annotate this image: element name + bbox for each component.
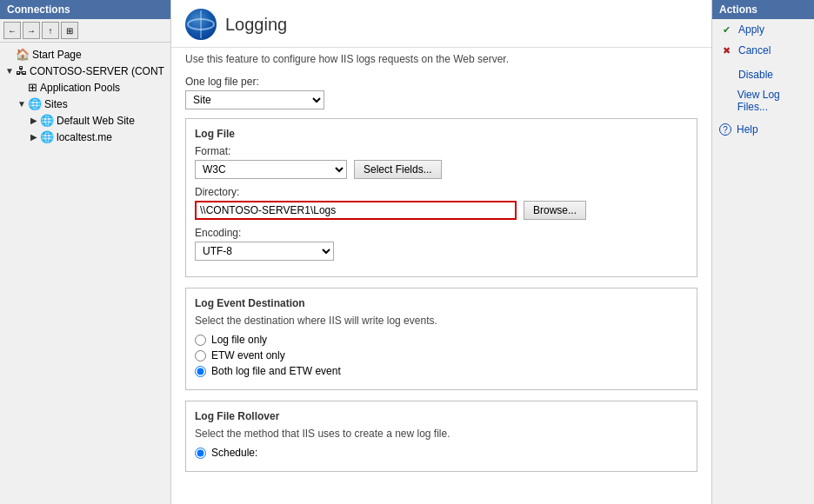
startpage-icon: 🏠 xyxy=(16,48,30,61)
localtest-label: localtest.me xyxy=(57,131,112,143)
tree-item-startpage[interactable]: 🏠 Start Page xyxy=(0,46,170,63)
radio-schedule[interactable] xyxy=(195,448,206,459)
apply-label: Apply xyxy=(738,23,764,36)
format-label: Format: xyxy=(195,145,688,157)
toggle-localtest: ▶ xyxy=(28,132,40,142)
radio-etw-only-label: ETW event only xyxy=(211,349,285,361)
toolbar-forward[interactable]: → xyxy=(23,22,40,39)
log-event-title: Log Event Destination xyxy=(195,297,688,309)
main-content: Logging Use this feature to configure ho… xyxy=(171,0,711,504)
directory-label: Directory: xyxy=(195,186,688,198)
log-rollover-desc: Select the method that IIS uses to creat… xyxy=(195,428,688,440)
directory-row: Browse... xyxy=(195,201,688,220)
connections-toolbar: ← → ↑ ⊞ xyxy=(0,19,170,43)
log-file-group: Log File Format: W3C IIS NCSA Custom Sel… xyxy=(185,118,697,277)
radio-item-schedule: Schedule: xyxy=(195,447,688,459)
apply-action[interactable]: ✔ Apply xyxy=(712,19,814,40)
directory-input[interactable] xyxy=(195,201,517,220)
toolbar-grid[interactable]: ⊞ xyxy=(61,22,78,39)
toggle-sites: ▼ xyxy=(16,99,28,109)
radio-log-file-only[interactable] xyxy=(195,335,206,346)
view-log-files-label: View Log Files... xyxy=(737,89,807,113)
tree-item-defaultweb[interactable]: ▶ 🌐 Default Web Site xyxy=(0,112,170,129)
radio-item-both: Both log file and ETW event xyxy=(195,365,688,377)
apppools-icon: ⊞ xyxy=(28,81,37,94)
help-label: Help xyxy=(737,123,758,136)
radio-both[interactable] xyxy=(195,366,206,377)
content-header: Logging xyxy=(171,0,711,48)
radio-log-file-only-label: Log file only xyxy=(211,334,267,346)
encoding-label: Encoding: xyxy=(195,227,688,239)
disable-icon xyxy=(719,68,733,82)
log-event-desc: Select the destination where IIS will wr… xyxy=(195,315,688,327)
actions-header: Actions xyxy=(712,0,814,19)
cancel-action[interactable]: ✖ Cancel xyxy=(712,40,814,61)
toolbar-back[interactable]: ← xyxy=(3,22,21,39)
localtest-icon: 🌐 xyxy=(40,130,54,143)
toggle-server: ▼ xyxy=(3,66,16,76)
defaultweb-label: Default Web Site xyxy=(57,115,135,127)
log-rollover-title: Log File Rollover xyxy=(195,410,688,422)
view-log-files-action[interactable]: View Log Files... xyxy=(712,85,814,116)
actions-panel: Actions ✔ Apply ✖ Cancel Disable View Lo… xyxy=(711,0,814,504)
startpage-label: Start Page xyxy=(32,49,82,61)
server-label: CONTOSO-SERVER (CONT xyxy=(30,65,164,77)
sites-label: Sites xyxy=(44,98,68,110)
connections-tree: 🏠 Start Page ▼ 🖧 CONTOSO-SERVER (CONT ⊞ … xyxy=(0,43,170,504)
content-body: One log file per: Site Server W3C Servic… xyxy=(171,69,711,504)
tree-item-localtest[interactable]: ▶ 🌐 localtest.me xyxy=(0,129,170,145)
view-log-files-icon xyxy=(719,94,732,108)
format-select[interactable]: W3C IIS NCSA Custom xyxy=(195,160,347,179)
page-title: Logging xyxy=(225,15,287,35)
apppools-label: Application Pools xyxy=(40,82,120,94)
disable-label: Disable xyxy=(738,69,773,81)
tree-item-apppools[interactable]: ⊞ Application Pools xyxy=(0,79,170,96)
tree-item-sites[interactable]: ▼ 🌐 Sites xyxy=(0,96,170,112)
radio-schedule-label: Schedule: xyxy=(211,447,257,459)
one-log-per-row: Site Server W3C Service xyxy=(185,90,697,109)
radio-both-label: Both log file and ETW event xyxy=(211,365,341,377)
one-log-per-select[interactable]: Site Server W3C Service xyxy=(185,90,324,109)
radio-etw-only[interactable] xyxy=(195,350,206,361)
log-event-group: Log Event Destination Select the destina… xyxy=(185,288,697,390)
select-fields-button[interactable]: Select Fields... xyxy=(354,160,442,179)
browse-button[interactable]: Browse... xyxy=(524,201,586,220)
log-file-group-title: Log File xyxy=(195,128,688,140)
cancel-label: Cancel xyxy=(738,44,771,56)
connections-panel: Connections ← → ↑ ⊞ 🏠 Start Page ▼ 🖧 CON… xyxy=(0,0,171,504)
format-row: W3C IIS NCSA Custom Select Fields... xyxy=(195,160,688,179)
encoding-row: UTF-8 ANSI xyxy=(195,242,688,261)
one-log-per-label: One log file per: xyxy=(185,76,697,88)
log-rollover-group: Log File Rollover Select the method that… xyxy=(185,401,697,472)
logging-icon xyxy=(185,9,217,40)
help-icon: ? xyxy=(719,123,731,136)
one-log-per-section: One log file per: Site Server W3C Servic… xyxy=(185,76,697,109)
server-icon: 🖧 xyxy=(16,64,27,77)
disable-action[interactable]: Disable xyxy=(712,64,814,85)
toggle-defaultweb: ▶ xyxy=(28,116,40,125)
tree-item-server[interactable]: ▼ 🖧 CONTOSO-SERVER (CONT xyxy=(0,63,170,79)
content-description: Use this feature to configure how IIS lo… xyxy=(171,48,711,69)
radio-item-etw-only: ETW event only xyxy=(195,349,688,361)
defaultweb-icon: 🌐 xyxy=(40,114,54,127)
radio-item-log-file-only: Log file only xyxy=(195,334,688,346)
log-event-radios: Log file only ETW event only Both log fi… xyxy=(195,334,688,377)
cancel-icon: ✖ xyxy=(719,43,733,57)
help-action[interactable]: ? Help xyxy=(712,120,814,139)
encoding-select[interactable]: UTF-8 ANSI xyxy=(195,242,334,261)
connections-header: Connections xyxy=(0,0,170,19)
toolbar-up[interactable]: ↑ xyxy=(42,22,59,39)
sites-icon: 🌐 xyxy=(28,97,42,110)
apply-icon: ✔ xyxy=(719,23,733,36)
